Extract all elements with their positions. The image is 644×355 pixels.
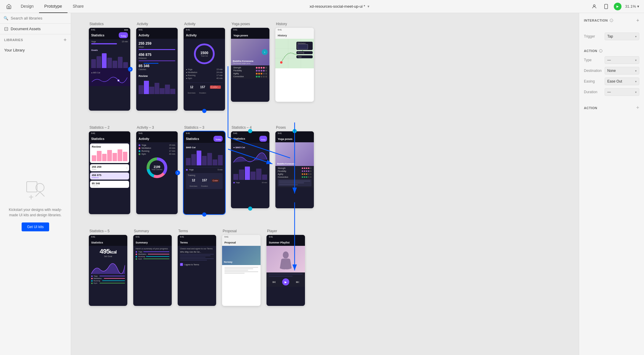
add-interaction-button[interactable]: + (636, 18, 639, 23)
arrow-out-statistics[interactable] (128, 67, 133, 72)
screen-wrapper-statistics-4: 9:41 Statistics Today ● $865 Cal (231, 131, 269, 208)
easing-value: Ease Out (607, 79, 622, 83)
your-library-item[interactable]: Your Library (0, 46, 71, 55)
document-icon (4, 27, 8, 31)
document-assets-item[interactable]: Document Assets (0, 24, 71, 34)
group-activity-1: Activity 9:41 Activity 255 259 Steps (136, 22, 178, 111)
interaction-section: INTERACTION + (584, 18, 639, 27)
label-terms: Terms (178, 229, 216, 233)
duration-value: — (607, 90, 611, 94)
screen-statistics[interactable]: 9:41 ●●● Statistics Today (89, 28, 130, 111)
destination-label: Destination (584, 69, 605, 73)
screen-activity1-title: Activity (139, 34, 149, 37)
group-statistics-5: Statistics – 5 9:41 Statistics 495kcal S… (89, 229, 127, 306)
screen-player-title: Summer Playlist (269, 241, 290, 244)
screen-poses[interactable]: 9:41 Yoga poses Baddha Konasana (275, 131, 314, 208)
group-terms: Terms 9:41 Terms Check read and agree to… (178, 229, 216, 306)
connector-dot-statistics-4-bottom (248, 206, 252, 211)
device-icon[interactable] (602, 2, 610, 11)
trigger-select[interactable]: Tap ▾ (605, 33, 639, 40)
trigger-chevron-icon: ▾ (635, 35, 637, 38)
canvas[interactable]: Statistics 9:41 ●●● Statistics (71, 13, 579, 355)
group-activity-3: Activity – 3 9:41 Activity (136, 125, 178, 214)
screen-activity-circle[interactable]: 9:41 Activity 1500 Total Cal (184, 28, 225, 111)
group-yoga-poses: Yoga poses 9:41 Yoga poses Baddha Konasa… (231, 22, 269, 102)
label-activity-1: Activity (136, 22, 178, 26)
screen-terms[interactable]: 9:41 Terms Check read and agree to our T… (178, 235, 216, 306)
screen-history[interactable]: 9:41 History (275, 28, 314, 102)
action-add-label: ACTION (584, 106, 597, 110)
tab-design[interactable]: Design (15, 0, 39, 13)
easing-row: Easing Ease Out ▾ (584, 78, 639, 85)
screen-statistics-5[interactable]: 9:41 Statistics 495kcal Set Goal (89, 235, 127, 306)
group-statistics: Statistics 9:41 ●●● Statistics (89, 22, 130, 111)
label-statistics: Statistics (89, 22, 130, 26)
screen-activity-circle-title: Activity (186, 34, 197, 37)
screen-poses-title: Yoga poses (278, 138, 293, 141)
canvas-inner: Statistics 9:41 ●●● Statistics (71, 13, 579, 355)
label-yoga-poses: Yoga poses (231, 22, 269, 26)
row2: Statistics – 2 9:41 Statistics Review (89, 125, 314, 214)
label-summary: Summary (133, 229, 172, 233)
tab-share[interactable]: Share (68, 0, 89, 13)
screen-statistics-4[interactable]: 9:41 Statistics Today ● $865 Cal (231, 131, 269, 208)
duration-chevron-icon: ▾ (635, 91, 637, 94)
play-button[interactable]: ▶ (614, 3, 621, 10)
label-proposal: Proposal (222, 229, 261, 233)
screen-summary[interactable]: 9:41 Summary Here's a summary of your pr… (133, 235, 172, 306)
svg-point-30 (283, 251, 289, 259)
topbar-left: Design Prototype Share (0, 0, 89, 13)
screen-activity-3[interactable]: 9:41 Activity Yoga 15 min (136, 131, 178, 214)
screen-wrapper-activity-circle: 9:41 Activity 1500 Total Cal (184, 28, 225, 111)
connector-dot-statistics-4-top (248, 129, 252, 133)
destination-select[interactable]: None ▾ (605, 67, 639, 75)
connector-dot-statistics-3 (202, 212, 206, 217)
screen-activity-3-title: Activity (139, 137, 149, 141)
group-poses: Poses 9:41 Yoga poses Baddha Konasana (275, 125, 314, 208)
screen-wrapper-statistics-3: 9:41 Statistics Today $865 Cal (184, 131, 225, 214)
type-select[interactable]: — ▾ (605, 56, 639, 64)
nav-tabs: Design Prototype Share (15, 0, 89, 13)
screen-player[interactable]: 9:41 Summer Playlist (266, 235, 305, 306)
duration-select[interactable]: — ▾ (605, 88, 639, 96)
add-action-button[interactable]: + (636, 105, 639, 111)
action-section-header: ACTION Type — ▾ Destination None ▾ Easin… (584, 49, 639, 99)
screen-statistics-4-title: Statistics (233, 137, 245, 140)
zoom-chevron-icon: ▾ (637, 4, 639, 9)
easing-select[interactable]: Ease Out ▾ (605, 78, 639, 85)
group-proposal: Proposal 9:41 Proposal Norway (222, 229, 261, 306)
right-panel: INTERACTION + Trigger Tap ▾ ACTION Type … (579, 13, 644, 355)
search-input[interactable] (11, 16, 67, 20)
add-library-button[interactable]: + (63, 37, 67, 43)
easing-chevron-icon: ▾ (635, 80, 637, 83)
norway-text: Norway (224, 261, 232, 263)
get-ui-kits-button[interactable]: Get UI kits (22, 222, 49, 231)
label-statistics-5: Statistics – 5 (89, 229, 127, 233)
profile-icon[interactable] (590, 2, 598, 11)
screen-statistics-2[interactable]: 9:41 Statistics Review (89, 131, 130, 214)
label-statistics-3: Statistics – 3 (184, 125, 225, 130)
zoom-display[interactable]: 31.1% ▾ (625, 4, 639, 9)
screen-terms-title: Terms (180, 241, 188, 244)
duration-label: Duration (584, 90, 605, 94)
label-activity-3: Activity – 3 (136, 125, 178, 130)
screen-yoga-poses[interactable]: 9:41 Yoga poses Baddha Konasana The boun… (231, 28, 269, 102)
destination-chevron-icon: ▾ (635, 69, 637, 72)
arrow-out-activity-3[interactable] (175, 170, 180, 175)
title-chevron-icon[interactable]: ▾ (367, 4, 370, 9)
promo-icon (24, 179, 47, 202)
screen-proposal[interactable]: 9:41 Proposal Norway (222, 235, 261, 306)
screen-wrapper-statistics: 9:41 ●●● Statistics Today (89, 28, 130, 111)
screen-statistics-3[interactable]: 9:41 Statistics Today $865 Cal (184, 131, 225, 214)
tab-prototype[interactable]: Prototype (39, 0, 68, 13)
screen-activity-1[interactable]: 9:41 Activity 255 259 Steps 456 875 (136, 28, 178, 111)
group-activity-circle: Activity 9:41 Activity 1500 Total Cal (184, 22, 225, 111)
screen-proposal-title: Proposal (224, 241, 236, 244)
action-info-icon (599, 49, 603, 53)
type-chevron-icon: ▾ (635, 59, 637, 62)
screen-summary-title: Summary (136, 241, 148, 244)
type-row: Type — ▾ (584, 56, 639, 64)
svg-point-22 (118, 80, 119, 81)
row1: Statistics 9:41 ●●● Statistics (89, 22, 314, 111)
home-icon[interactable] (2, 0, 15, 13)
